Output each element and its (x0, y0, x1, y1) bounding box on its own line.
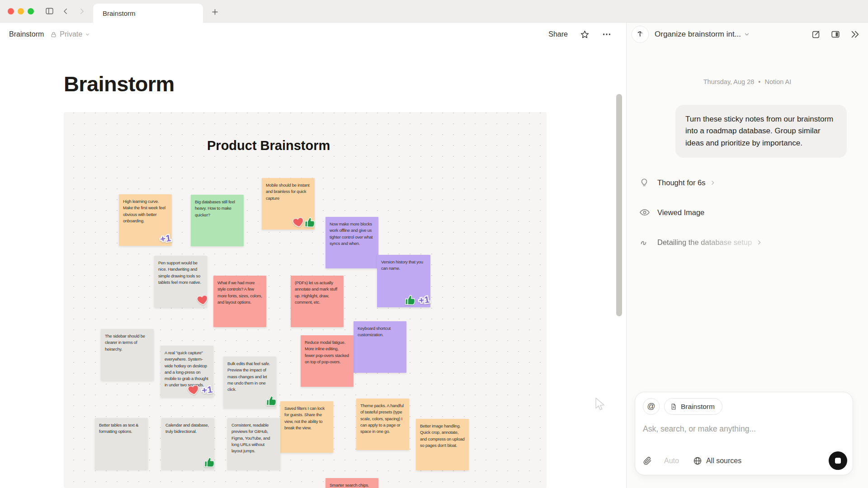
heart-sticker-icon (195, 293, 210, 307)
ai-composer: @ Brainstorm Ask, search, or make anythi… (635, 392, 853, 475)
sticky-note[interactable]: Bulk edits that feel safe. Preview the i… (223, 357, 276, 408)
context-chip-label: Brainstorm (681, 403, 715, 411)
notion-ai-panel: Organize brainstorm int... Thursday, Aug… (626, 23, 868, 488)
panel-toggle-icon[interactable] (830, 29, 840, 39)
new-tab-button[interactable] (208, 5, 222, 18)
thread-title[interactable]: Organize brainstorm int... (655, 30, 741, 39)
sticky-note-text: Theme packs. A handful of tasteful prese… (360, 403, 405, 435)
attachment-paperclip-icon[interactable] (643, 456, 652, 465)
sticker-row (292, 216, 316, 228)
ai-activity-label: Detailing the database setup (657, 238, 752, 247)
more-options-icon[interactable] (602, 29, 612, 39)
sticker-row (204, 455, 216, 468)
tab-brainstorm[interactable]: Brainstorm (93, 4, 203, 23)
share-button[interactable]: Share (548, 30, 568, 38)
stop-generation-button[interactable] (829, 451, 847, 470)
sticky-note[interactable]: Better tables as text & formatting optio… (95, 418, 148, 469)
thumbs-up-sticker-icon (264, 394, 278, 407)
vertical-scrollbar[interactable] (616, 94, 622, 316)
ai-activity-row: Viewed Image (627, 204, 868, 221)
auto-mode-label[interactable]: Auto (664, 457, 679, 465)
all-sources-selector[interactable]: All sources (693, 456, 741, 465)
brainstorm-whiteboard[interactable]: Product Brainstorm High learning curve. … (64, 112, 547, 488)
sticky-note-text: Reduce modal fatigue. More inline editin… (305, 339, 349, 365)
sticky-note[interactable]: Calendar and database, truly bidirection… (161, 418, 214, 469)
sticky-note[interactable]: High learning curve. Make the first week… (119, 194, 172, 246)
sticky-note-text: The sidebar should be clearer in terms o… (105, 333, 150, 352)
whiteboard-title: Product Brainstorm (207, 138, 330, 153)
sticker-row: +1 (187, 383, 215, 396)
eye-icon (639, 207, 650, 218)
ai-activity-list: Thought for 6sViewed ImageDetailing the … (627, 174, 868, 250)
chevron-down-icon[interactable] (744, 31, 750, 38)
date-label: Thursday, Aug 28 (703, 78, 755, 85)
context-chip-brainstorm[interactable]: Brainstorm (664, 398, 722, 415)
chevron-down-icon (85, 32, 90, 37)
sticky-note-text: What if we had more style controls? A fe… (217, 280, 262, 305)
stop-square-icon (835, 458, 841, 464)
sticky-note[interactable]: Pen support would be nice. Handwriting a… (154, 256, 207, 307)
sticky-note[interactable]: A real "quick capture" everywhere. Syste… (160, 346, 213, 397)
sticky-note-text: A real "quick capture" everywhere. Syste… (165, 350, 209, 389)
privacy-control[interactable]: Private (50, 30, 90, 38)
sticky-note[interactable]: Smarter search chips. (326, 478, 378, 488)
ai-activity-label: Viewed Image (657, 208, 704, 217)
plus-one-sticker-icon: +1 (198, 382, 216, 397)
loop-icon (639, 237, 650, 248)
back-icon[interactable] (57, 4, 74, 19)
sticky-note[interactable]: Mobile should be instant and brainless f… (262, 178, 315, 230)
tab-label: Brainstorm (103, 9, 136, 17)
new-chat-compose-icon[interactable] (811, 29, 821, 39)
sticky-note-text: Saved filters I can lock for guests. Sha… (284, 405, 329, 431)
sticky-note-text: Better image handling. Quick crop, annot… (420, 423, 465, 449)
svg-text:+1: +1 (201, 384, 213, 395)
chevron-right-icon (710, 180, 716, 186)
dot-separator: • (758, 78, 760, 85)
sticky-note-text: Smarter search chips. (330, 482, 374, 488)
sticky-note[interactable]: Theme packs. A handful of tasteful prese… (356, 399, 409, 450)
ai-panel-header: Organize brainstorm int... (627, 23, 868, 46)
ai-activity-row[interactable]: Thought for 6s (627, 174, 868, 191)
sticky-note[interactable]: Now make more blocks work offline and gi… (326, 217, 378, 268)
sticky-note[interactable]: Consistent, readable previews for GitHub… (227, 418, 280, 469)
thumbs-up-sticker-icon (203, 455, 217, 468)
sticky-note[interactable]: What if we had more style controls? A fe… (213, 276, 266, 327)
sticky-note[interactable]: Version history that you can name.+1 (377, 255, 430, 307)
sticky-note[interactable]: The sidebar should be clearer in terms o… (101, 329, 154, 380)
svg-text:+1: +1 (160, 232, 172, 244)
notion-ai-face-icon (632, 26, 649, 43)
sidebar-toggle-icon[interactable] (41, 4, 57, 19)
user-message-bubble: Turn these sticky notes from our brainst… (675, 105, 847, 158)
sticky-note-text: Version history that you can name. (381, 259, 426, 272)
globe-icon (693, 456, 702, 465)
collapse-panel-chevrons-icon[interactable] (850, 29, 860, 39)
sticky-note[interactable]: Better image handling. Quick crop, annot… (416, 419, 469, 470)
favorite-star-icon[interactable] (580, 30, 590, 39)
close-window-button[interactable] (8, 8, 14, 14)
sticky-note[interactable]: Keyboard shortcut customization. (354, 321, 406, 373)
composer-input[interactable]: Ask, search, or make anything... (643, 424, 847, 434)
lightbulb-icon (639, 178, 650, 188)
sticky-note-text: Now make more blocks work offline and gi… (330, 221, 374, 247)
page-header: Brainstorm Private Share (0, 23, 626, 46)
sticky-note[interactable]: Big databases still feel heavy. How to m… (191, 195, 244, 246)
svg-text:+1: +1 (418, 294, 430, 305)
sticky-note-text: Big databases still feel heavy. How to m… (195, 199, 240, 218)
minimize-window-button[interactable] (18, 8, 24, 14)
sticky-note-text: Bulk edits that feel safe. Preview the i… (227, 361, 272, 393)
plus-one-sticker-icon: +1 (156, 231, 175, 246)
ai-activity-row[interactable]: Detailing the database setup (627, 234, 868, 250)
sticky-note-text: Mobile should be instant and brainless f… (266, 182, 311, 202)
sticky-note[interactable]: Reduce modal fatigue. More inline editin… (301, 335, 354, 387)
sticky-note-text: Calendar and database, truly bidirection… (165, 422, 210, 435)
traffic-lights (0, 8, 41, 14)
forward-icon (74, 4, 90, 19)
mention-chip[interactable]: @ (643, 398, 660, 415)
zoom-window-button[interactable] (28, 8, 34, 14)
sticky-note[interactable]: (PDFs) let us actually annotate and mark… (291, 276, 344, 327)
breadcrumb[interactable]: Brainstorm (9, 30, 44, 38)
source-label: Notion AI (764, 78, 791, 85)
sticky-note-text: High learning curve. Make the first week… (123, 198, 168, 224)
sticky-note[interactable]: Saved filters I can lock for guests. Sha… (280, 401, 333, 453)
sticker-row (266, 394, 278, 407)
